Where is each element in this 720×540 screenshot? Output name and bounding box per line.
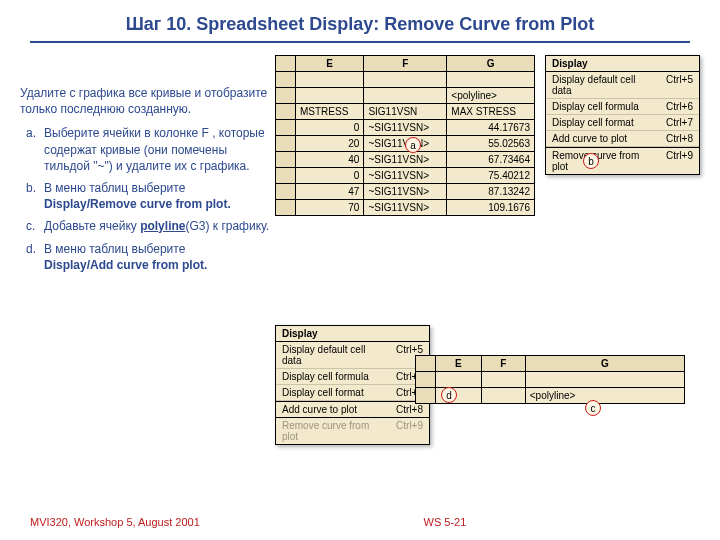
cell: 67.73464 bbox=[447, 152, 535, 168]
menu-head: Display bbox=[276, 326, 429, 342]
hdr-mstress: MSTRESS bbox=[296, 104, 364, 120]
cell: 87.13242 bbox=[447, 184, 535, 200]
cell: 55.02563 bbox=[447, 136, 535, 152]
menu-item-disabled: Remove curve from plotCtrl+9 bbox=[276, 418, 429, 444]
display-menu-bottom[interactable]: Display Display default cell dataCtrl+5 … bbox=[275, 325, 430, 445]
cell: 44.17673 bbox=[447, 120, 535, 136]
col-f2: F bbox=[481, 356, 525, 372]
step-a: a.Выберите ячейки в колонке F , которые … bbox=[20, 125, 275, 174]
step-c: c.Добавьте ячейку polyline(G3) к графику… bbox=[20, 218, 275, 234]
step-c-text2: polyline bbox=[140, 219, 185, 233]
footer: MVI320, Workshop 5, August 2001 WS 5-21 bbox=[30, 516, 690, 528]
menu-item[interactable]: Add curve to plotCtrl+8 bbox=[546, 131, 699, 147]
menu-label: Remove curve from plot bbox=[552, 150, 656, 172]
menu-shortcut: Ctrl+9 bbox=[666, 150, 693, 172]
menu-item[interactable]: Display cell formulaCtrl+6 bbox=[276, 369, 429, 385]
menu-shortcut: Ctrl+9 bbox=[396, 420, 423, 442]
title-rule bbox=[30, 41, 690, 43]
step-d: d. В меню таблиц выберитеDisplay/Add cur… bbox=[20, 241, 275, 273]
menu-label: Remove curve from plot bbox=[282, 420, 386, 442]
cell: 0 bbox=[296, 120, 364, 136]
footer-left: MVI320, Workshop 5, August 2001 bbox=[30, 516, 200, 528]
menu-item-remove-curve[interactable]: Remove curve from plotCtrl+9 bbox=[546, 147, 699, 174]
col-g2: G bbox=[525, 356, 684, 372]
menu-label: Add curve to plot bbox=[552, 133, 627, 144]
menu-item-add-curve[interactable]: Add curve to plotCtrl+8 bbox=[276, 401, 429, 418]
menu-shortcut: Ctrl+7 bbox=[666, 117, 693, 128]
menu-label: Display default cell data bbox=[282, 344, 386, 366]
callout-b: b bbox=[583, 153, 599, 169]
cell: 109.1676 bbox=[447, 200, 535, 216]
cell: ~SIG11VSN> bbox=[364, 168, 447, 184]
step-d-text2: Display/Add curve from plot. bbox=[44, 258, 207, 272]
menu-head: Display bbox=[546, 56, 699, 72]
menu-shortcut: Ctrl+8 bbox=[396, 404, 423, 415]
step-b-text1: В меню таблиц выберите bbox=[44, 181, 185, 195]
cell: ~SIG11VSN> bbox=[364, 200, 447, 216]
callout-d: d bbox=[441, 387, 457, 403]
cell: 70 bbox=[296, 200, 364, 216]
menu-item[interactable]: Display default cell dataCtrl+5 bbox=[276, 342, 429, 369]
page-title: Шаг 10. Spreadsheet Display: Remove Curv… bbox=[0, 0, 720, 41]
step-a-text: Выберите ячейки в колонке F , которые со… bbox=[44, 126, 265, 172]
callout-c: c bbox=[585, 400, 601, 416]
menu-item[interactable]: Display cell formatCtrl+7 bbox=[276, 385, 429, 401]
menu-shortcut: Ctrl+8 bbox=[666, 133, 693, 144]
cell: 47 bbox=[296, 184, 364, 200]
cell: ~SIG11VSN> bbox=[364, 120, 447, 136]
menu-shortcut: Ctrl+6 bbox=[666, 101, 693, 112]
cell: 75.40212 bbox=[447, 168, 535, 184]
menu-item[interactable]: Display cell formatCtrl+7 bbox=[546, 115, 699, 131]
display-menu-top[interactable]: Display Display default cell dataCtrl+5 … bbox=[545, 55, 700, 175]
step-d-text1: В меню таблиц выберите bbox=[44, 242, 185, 256]
menu-label: Display default cell data bbox=[552, 74, 656, 96]
col-f: F bbox=[364, 56, 447, 72]
polyline-cell-top: <polyline> bbox=[447, 88, 535, 104]
cell: 20 bbox=[296, 136, 364, 152]
hdr-max: MAX STRESS bbox=[447, 104, 535, 120]
polyline-cell-bottom: <polyline> bbox=[525, 388, 684, 404]
menu-label: Display cell format bbox=[282, 387, 364, 398]
cell: ~SIG11VSN> bbox=[364, 184, 447, 200]
col-e: E bbox=[296, 56, 364, 72]
menu-item[interactable]: Display default cell dataCtrl+5 bbox=[546, 72, 699, 99]
instruction-text: Удалите с графика все кривые и отобразит… bbox=[20, 55, 275, 279]
cell: 0 bbox=[296, 168, 364, 184]
cell: ~SIG11VSN> bbox=[364, 152, 447, 168]
col-g: G bbox=[447, 56, 535, 72]
callout-a: a bbox=[405, 137, 421, 153]
menu-shortcut: Ctrl+5 bbox=[666, 74, 693, 96]
menu-label: Display cell format bbox=[552, 117, 634, 128]
step-b-text2: Display/Remove curve from plot. bbox=[44, 197, 231, 211]
step-c-text3: (G3) к графику. bbox=[185, 219, 269, 233]
hdr-sig: SIG11VSN bbox=[364, 104, 447, 120]
menu-item[interactable]: Display cell formulaCtrl+6 bbox=[546, 99, 699, 115]
step-b: b.В меню таблиц выберитеDisplay/Remove c… bbox=[20, 180, 275, 212]
menu-label: Add curve to plot bbox=[282, 404, 357, 415]
menu-label: Display cell formula bbox=[552, 101, 639, 112]
footer-right: WS 5-21 bbox=[424, 516, 467, 528]
step-c-text1: Добавьте ячейку bbox=[44, 219, 140, 233]
col-e2: E bbox=[436, 356, 482, 372]
menu-label: Display cell formula bbox=[282, 371, 369, 382]
cell: 40 bbox=[296, 152, 364, 168]
intro-para: Удалите с графика все кривые и отобразит… bbox=[20, 85, 275, 117]
spreadsheet-top: EFG <polyline> MSTRESSSIG11VSNMAX STRESS… bbox=[275, 55, 535, 216]
